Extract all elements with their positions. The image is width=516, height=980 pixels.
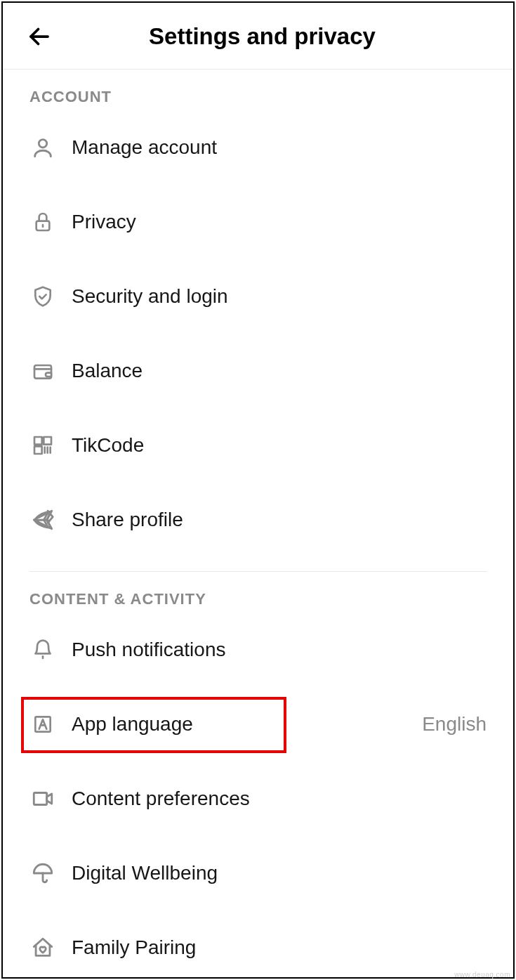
page-title: Settings and privacy	[25, 23, 499, 50]
item-label: Content preferences	[72, 788, 250, 810]
list-item-family-pairing[interactable]: Family Pairing	[3, 910, 513, 979]
svg-marker-15	[47, 794, 52, 804]
highlight-annotation	[21, 697, 286, 753]
item-label: Balance	[72, 360, 143, 382]
person-icon	[29, 134, 56, 161]
list-item-balance[interactable]: Balance	[3, 334, 513, 408]
watermark: www.deuaq.com	[454, 971, 510, 979]
list-item-privacy[interactable]: Privacy	[3, 185, 513, 259]
list-item-app-language[interactable]: App language English	[3, 687, 513, 762]
share-icon	[29, 507, 56, 533]
lock-icon	[29, 209, 56, 235]
svg-point-1	[39, 140, 46, 148]
umbrella-icon	[29, 860, 56, 887]
list-item-security[interactable]: Security and login	[3, 259, 513, 334]
item-value: English	[422, 713, 487, 736]
svg-rect-8	[34, 446, 42, 454]
home-heart-icon	[29, 934, 56, 961]
shield-icon	[29, 283, 56, 310]
list-item-manage-account[interactable]: Manage account	[3, 110, 513, 185]
item-label: Family Pairing	[72, 936, 196, 959]
section-header-content-activity: CONTENT & ACTIVITY	[3, 572, 513, 613]
item-label: Share profile	[72, 509, 183, 531]
qr-icon	[29, 432, 56, 459]
wallet-icon	[29, 358, 56, 384]
list-item-tikcode[interactable]: TikCode	[3, 408, 513, 483]
svg-rect-6	[34, 437, 42, 445]
item-label: Privacy	[72, 211, 136, 233]
item-label: Security and login	[72, 285, 228, 308]
list-item-content-preferences[interactable]: Content preferences	[3, 762, 513, 836]
item-label: Manage account	[72, 136, 217, 159]
list-item-share-profile[interactable]: Share profile	[3, 483, 513, 557]
item-label: Digital Wellbeing	[72, 862, 218, 884]
item-label: TikCode	[72, 434, 144, 457]
section-header-account: ACCOUNT	[3, 70, 513, 110]
item-label: Push notifications	[72, 639, 225, 661]
svg-rect-14	[34, 793, 46, 805]
list-item-digital-wellbeing[interactable]: Digital Wellbeing	[3, 836, 513, 910]
video-icon	[29, 785, 56, 812]
svg-rect-7	[44, 437, 51, 445]
bell-icon	[29, 636, 56, 663]
list-item-push-notifications[interactable]: Push notifications	[3, 613, 513, 687]
